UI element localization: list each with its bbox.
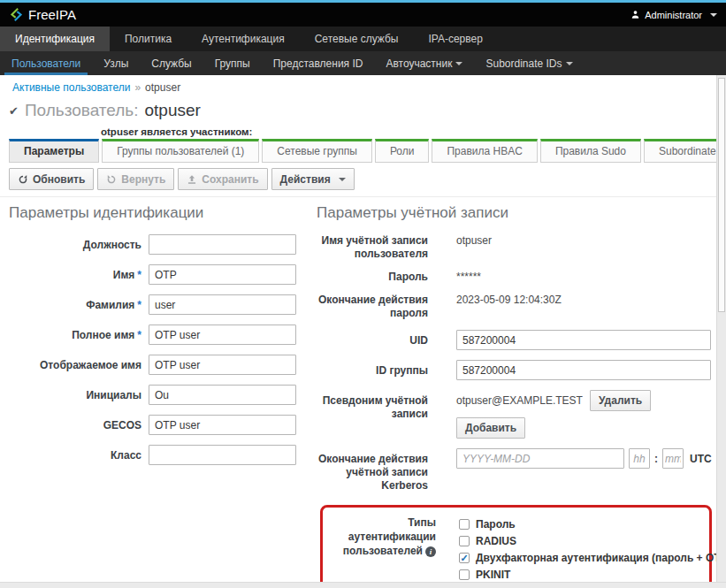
page-title: ✔ Пользователь: otpuser xyxy=(9,101,726,120)
auth-type-option-label: RADIUS xyxy=(476,535,516,547)
horizontal-scrollbar[interactable] xyxy=(0,582,726,588)
auth-type-option-pkinit[interactable]: PKINIT xyxy=(459,566,726,583)
sub-nav-subordinate-ids[interactable]: Subordinate IDs xyxy=(474,51,584,75)
field-label-principal-alias: Псевдоним учётной записи xyxy=(317,390,428,421)
field-gecos: GECOS xyxy=(9,415,317,435)
required-asterisk: * xyxy=(137,269,141,281)
last-name-input[interactable] xyxy=(149,294,296,315)
identity-section: Параметры идентификации ДолжностьИмя*Фам… xyxy=(0,204,317,588)
field-label-class: Класс xyxy=(9,445,141,462)
user-menu[interactable]: Administrator xyxy=(630,10,717,20)
krb-expiration-minute-input[interactable] xyxy=(662,448,684,469)
auth-type-option-otp[interactable]: ✓Двухфакторная аутентификация (пароль + … xyxy=(459,549,726,566)
first-name-input[interactable] xyxy=(149,264,296,285)
initials-input[interactable] xyxy=(149,385,296,405)
sub-nav-label: Subordinate IDs xyxy=(485,57,562,70)
vertical-scrollbar[interactable] xyxy=(716,75,726,582)
field-control-class xyxy=(149,445,296,465)
field-label-login: Имя учётной записи пользователя xyxy=(317,234,428,261)
sub-nav-groups[interactable]: Группы xyxy=(203,51,262,75)
field-label-text: Отображаемое имя xyxy=(40,359,141,371)
checkbox-radius[interactable] xyxy=(459,536,470,546)
vertical-scrollbar-thumb[interactable] xyxy=(718,78,725,312)
sub-nav-users[interactable]: Пользователи xyxy=(0,51,92,75)
krb-expiration-date-input[interactable] xyxy=(456,448,624,469)
add-alias-button[interactable]: Добавить xyxy=(456,417,525,439)
refresh-label: Обновить xyxy=(33,173,85,186)
main-nav-authentication[interactable]: Аутентификация xyxy=(187,27,300,51)
krb-expiration-controls: :UTC xyxy=(456,448,712,469)
info-icon: i xyxy=(425,546,436,557)
remove-alias-button[interactable]: Удалить xyxy=(590,390,651,411)
gecos-input[interactable] xyxy=(149,415,296,435)
breadcrumb-current: otpuser xyxy=(145,81,180,94)
checkbox-pkinit[interactable] xyxy=(459,569,470,580)
tab-settings[interactable]: Параметры xyxy=(9,139,99,163)
sub-nav-label: Пользователи xyxy=(11,57,80,70)
field-label-text: Фамилия xyxy=(86,299,134,311)
field-label-job-title: Должность xyxy=(9,234,141,252)
sub-nav-id-views[interactable]: Представления ID xyxy=(262,51,375,75)
field-label-last-name: Фамилия* xyxy=(9,294,141,312)
breadcrumb-link-active-users[interactable]: Активные пользователи xyxy=(12,81,130,94)
timezone-label: UTC xyxy=(690,453,712,465)
password-expiration-value: 2023-05-09 12:04:30Z xyxy=(456,294,562,307)
display-name-input[interactable] xyxy=(149,355,296,375)
save-button[interactable]: Сохранить xyxy=(178,168,267,190)
sub-nav-hosts[interactable]: Узлы xyxy=(92,51,140,75)
chevron-down-icon xyxy=(339,178,346,181)
field-krb-expiration: Окончание действия учётной записи Kerber… xyxy=(317,448,710,493)
tab-roles[interactable]: Роли xyxy=(375,139,430,163)
full-name-input[interactable] xyxy=(149,325,296,345)
tab-subordinate-ids[interactable]: Subordinate ids xyxy=(644,139,726,163)
tab-hbac-rules[interactable]: Правила HBAC xyxy=(432,139,537,163)
tab-sudo-rules[interactable]: Правила Sudo xyxy=(540,139,641,163)
checkbox-password[interactable] xyxy=(459,519,470,530)
refresh-icon xyxy=(18,174,28,185)
auth-type-option-password[interactable]: Пароль xyxy=(459,515,726,532)
auth-types-label: Типы аутентификации пользователейi xyxy=(323,514,436,588)
gid-input[interactable] xyxy=(456,360,711,380)
sub-nav-services[interactable]: Службы xyxy=(140,51,203,75)
auth-type-option-label: Пароль xyxy=(476,518,516,531)
field-control-initials xyxy=(149,385,296,405)
field-label-initials: Инициалы xyxy=(9,385,141,402)
uid-input[interactable] xyxy=(456,330,711,350)
revert-button[interactable]: Вернуть xyxy=(97,168,174,190)
sub-nav-automember[interactable]: Автоучастник xyxy=(374,51,474,75)
field-control-last-name xyxy=(149,294,296,315)
field-control-password: ****** xyxy=(456,271,481,284)
sub-nav-label: Группы xyxy=(215,57,250,70)
field-label-gecos: GECOS xyxy=(9,415,141,432)
main-nav-policy[interactable]: Политика xyxy=(110,27,187,51)
actions-button[interactable]: Действия xyxy=(271,168,355,190)
field-label-text: Имя xyxy=(113,269,135,281)
freeipa-logo[interactable]: FreeIPA xyxy=(9,7,76,22)
main-nav-ipa-server[interactable]: IPA-сервер xyxy=(413,27,497,51)
tab-netgroups[interactable]: Сетевые группы xyxy=(262,139,372,163)
checkbox-otp[interactable]: ✓ xyxy=(459,553,470,563)
main-nav-identity[interactable]: Идентификация xyxy=(0,27,110,51)
krb-expiration-hour-input[interactable] xyxy=(629,448,650,469)
tab-user-groups[interactable]: Группы пользователей (1) xyxy=(102,139,259,163)
class-input[interactable] xyxy=(149,445,296,465)
auth-type-option-radius[interactable]: RADIUS xyxy=(459,532,726,549)
job-title-input[interactable] xyxy=(149,234,296,255)
field-label-first-name: Имя* xyxy=(9,264,141,282)
refresh-button[interactable]: Обновить xyxy=(9,168,94,190)
main-nav-network-services[interactable]: Сетевые службы xyxy=(300,27,414,51)
field-full-name: Полное имя* xyxy=(9,325,317,345)
details-columns: Параметры идентификации ДолжностьИмя*Фам… xyxy=(0,197,726,588)
field-control-login: otpuser xyxy=(456,234,492,248)
account-section: Параметры учётной записи Имя учётной зап… xyxy=(317,204,726,588)
freeipa-logo-icon xyxy=(9,7,24,22)
field-control-gid xyxy=(456,360,711,380)
actions-label: Действия xyxy=(280,173,331,186)
toolbar-wrap: Обновить Вернуть Сохрани xyxy=(0,168,726,197)
field-last-name: Фамилия* xyxy=(9,294,317,315)
field-label-text: Должность xyxy=(83,239,141,251)
field-label-full-name: Полное имя* xyxy=(9,325,141,342)
field-control-job-title xyxy=(149,234,296,255)
field-first-name: Имя* xyxy=(9,264,317,285)
toolbar: Обновить Вернуть Сохрани xyxy=(9,168,726,196)
